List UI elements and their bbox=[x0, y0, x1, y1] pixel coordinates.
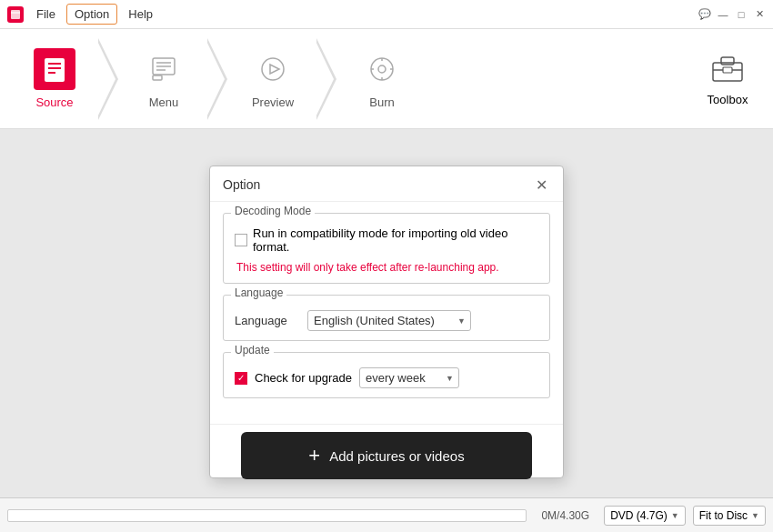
frequency-select-wrapper: every week every day every month never bbox=[359, 367, 459, 388]
add-media-label: Add pictures or videos bbox=[329, 448, 464, 464]
arrow-3 bbox=[316, 38, 336, 120]
toolbar-source[interactable]: Source bbox=[9, 38, 100, 120]
menu-icon-area bbox=[143, 48, 185, 90]
window-controls: 💬 — □ ✕ bbox=[698, 8, 766, 21]
size-display: 0M/4.30G bbox=[534, 509, 597, 522]
arrow-1 bbox=[98, 38, 118, 120]
decoding-warning: This setting will only take effect after… bbox=[235, 261, 538, 274]
svg-marker-12 bbox=[270, 65, 279, 74]
svg-rect-0 bbox=[11, 10, 20, 19]
svg-point-14 bbox=[378, 65, 386, 73]
close-icon[interactable]: ✕ bbox=[753, 8, 766, 21]
menu-nav-label: Menu bbox=[149, 95, 179, 109]
main-area: Option ✕ Decoding Mode Run in compatibil… bbox=[0, 129, 773, 497]
preview-icon-area bbox=[252, 48, 294, 90]
language-select[interactable]: English (United States) Chinese (Simplif… bbox=[307, 310, 471, 331]
language-section: Language Language English (United States… bbox=[223, 295, 550, 341]
toolbar-preview[interactable]: Preview bbox=[227, 38, 318, 120]
frequency-select[interactable]: every week every day every month never bbox=[359, 367, 459, 388]
language-legend: Language bbox=[231, 286, 286, 299]
dialog-body: Decoding Mode Run in compatibility mode … bbox=[210, 202, 563, 424]
fit-to-dropdown[interactable]: Fit to Disc ▼ bbox=[693, 506, 766, 526]
decoding-mode-section: Decoding Mode Run in compatibility mode … bbox=[223, 213, 550, 284]
add-media-bar[interactable]: + Add pictures or videos bbox=[241, 432, 532, 479]
svg-rect-7 bbox=[153, 75, 162, 80]
dialog-title: Option bbox=[223, 177, 260, 192]
dialog-header: Option ✕ bbox=[210, 166, 563, 202]
source-label: Source bbox=[35, 95, 73, 109]
burn-icon-area bbox=[361, 48, 403, 90]
menu-file[interactable]: File bbox=[29, 5, 63, 24]
menu-option[interactable]: Option bbox=[66, 4, 117, 25]
progress-bar bbox=[7, 509, 527, 522]
language-select-wrapper: English (United States) Chinese (Simplif… bbox=[307, 310, 471, 331]
preview-label: Preview bbox=[252, 95, 294, 109]
update-row: Check for upgrade every week every day e… bbox=[235, 367, 538, 388]
minimize-icon[interactable]: — bbox=[717, 8, 729, 21]
maximize-icon[interactable]: □ bbox=[735, 8, 748, 21]
arrow-2 bbox=[207, 38, 227, 120]
decoding-checkbox-label: Run in compatibility mode for importing … bbox=[253, 226, 538, 254]
upgrade-checkbox[interactable] bbox=[235, 372, 247, 385]
decoding-checkbox[interactable] bbox=[235, 234, 247, 246]
toolbar-toolbox[interactable]: Toolbox bbox=[691, 52, 764, 106]
burn-label: Burn bbox=[369, 95, 394, 109]
toolbar-menu[interactable]: Menu bbox=[118, 38, 209, 120]
toolbox-label: Toolbox bbox=[708, 93, 748, 106]
source-icon-area bbox=[34, 48, 75, 90]
update-section: Update Check for upgrade every week ever… bbox=[223, 352, 550, 398]
svg-rect-22 bbox=[723, 67, 732, 73]
svg-rect-2 bbox=[45, 58, 65, 82]
svg-point-13 bbox=[371, 58, 393, 80]
toolbar: Source Menu Preview bbox=[0, 29, 773, 129]
toolbar-burn[interactable]: Burn bbox=[336, 38, 427, 120]
title-bar: File Option Help 💬 — □ ✕ bbox=[0, 0, 773, 29]
disc-type-label: DVD (4.7G) bbox=[610, 509, 668, 522]
decoding-mode-legend: Decoding Mode bbox=[231, 205, 315, 217]
add-plus-icon: + bbox=[308, 444, 320, 467]
svg-rect-20 bbox=[721, 57, 734, 65]
chat-icon[interactable]: 💬 bbox=[698, 8, 711, 21]
disc-type-arrow: ▼ bbox=[671, 511, 679, 520]
app-icon bbox=[7, 6, 24, 23]
disc-type-dropdown[interactable]: DVD (4.7G) ▼ bbox=[604, 506, 686, 526]
fit-to-label: Fit to Disc bbox=[699, 509, 748, 522]
menu-help[interactable]: Help bbox=[121, 5, 160, 24]
decoding-checkbox-row: Run in compatibility mode for importing … bbox=[235, 226, 538, 254]
status-bar: 0M/4.30G DVD (4.7G) ▼ Fit to Disc ▼ bbox=[0, 497, 773, 532]
dialog-close-button[interactable]: ✕ bbox=[532, 176, 550, 194]
language-row: Language English (United States) Chinese… bbox=[235, 310, 538, 331]
language-label: Language bbox=[235, 314, 298, 327]
upgrade-label: Check for upgrade bbox=[255, 371, 352, 385]
fit-to-arrow: ▼ bbox=[751, 511, 759, 520]
toolbox-icon bbox=[710, 52, 745, 89]
update-legend: Update bbox=[231, 344, 274, 356]
menu-bar: File Option Help bbox=[29, 4, 160, 25]
